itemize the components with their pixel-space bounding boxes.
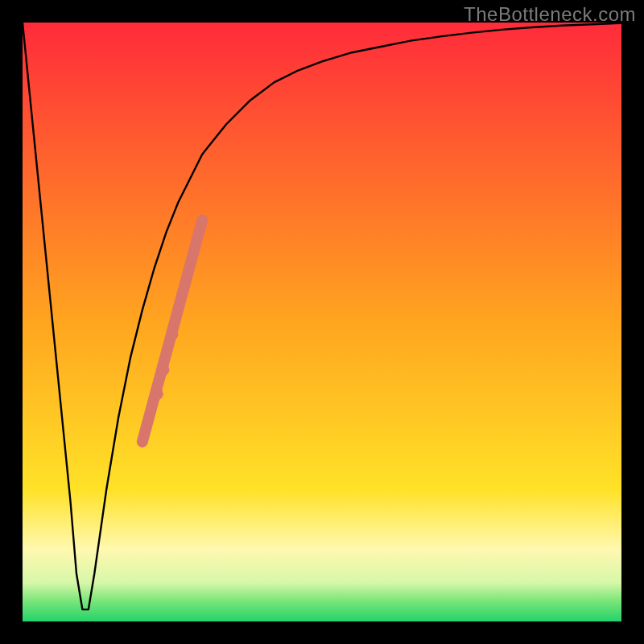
watermark-text: TheBottleneck.com: [464, 3, 636, 26]
recommendation-dot: [157, 364, 169, 376]
recommendation-dot: [167, 328, 179, 340]
chart-container: TheBottleneck.com: [0, 0, 644, 644]
recommendation-dot: [151, 388, 163, 400]
plot-background: [23, 23, 621, 621]
bottleneck-chart: [0, 0, 644, 644]
